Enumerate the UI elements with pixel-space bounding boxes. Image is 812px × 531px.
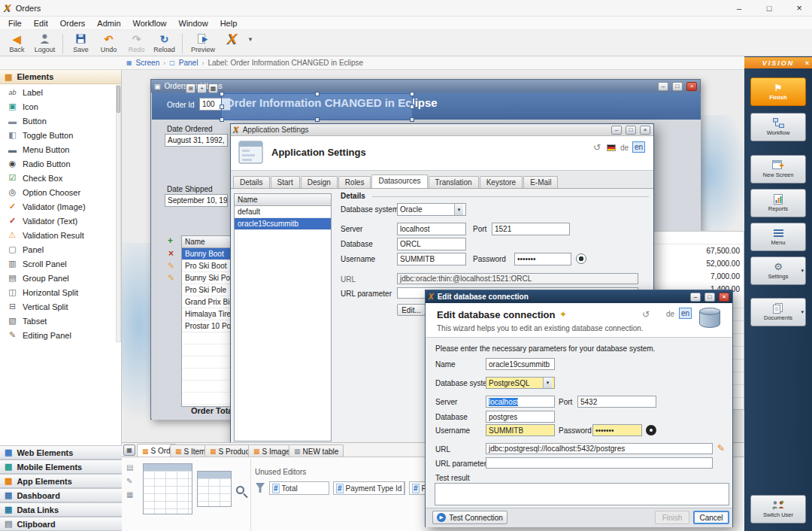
window-close-button[interactable]: ×: [686, 82, 697, 91]
new-screen-button[interactable]: New Screen: [750, 155, 806, 184]
palette-item-editing-panel[interactable]: ✎Editing Panel: [0, 328, 116, 342]
cancel-button[interactable]: Cancel: [693, 511, 729, 524]
datasource-list-header[interactable]: Name: [235, 194, 331, 206]
component-edit-icon[interactable]: ✎: [126, 477, 132, 485]
tab-start[interactable]: Start: [271, 176, 300, 188]
documents-button[interactable]: Documents ▾: [750, 298, 806, 326]
maximize-button[interactable]: □: [756, 0, 782, 16]
username-field[interactable]: SUMMITB: [397, 253, 466, 266]
reports-button[interactable]: Reports: [750, 189, 806, 217]
url-field[interactable]: jdbc:postgresql://localhost:5432/postgre…: [486, 443, 713, 454]
palette-item-group-panel[interactable]: ▤Group Panel: [0, 271, 116, 285]
show-password-icon[interactable]: [646, 425, 656, 435]
chevron-down-icon[interactable]: ▾: [454, 204, 463, 215]
edit-row-icon[interactable]: ✎: [168, 273, 174, 283]
selection-handle[interactable]: [220, 117, 224, 122]
undo-button[interactable]: ↶ Undo: [95, 32, 123, 53]
documents-dropdown-icon[interactable]: ▾: [801, 309, 804, 315]
designer-grid-handle-icon[interactable]: ▦: [208, 83, 218, 93]
breadcrumb-screen[interactable]: Screen: [136, 59, 160, 67]
save-button[interactable]: Save: [67, 32, 95, 53]
palette-item-panel[interactable]: ▢Panel: [0, 242, 116, 256]
db-system-combo[interactable]: Oracle▾: [397, 203, 466, 216]
palette-item-option-chooser[interactable]: ◎Option Chooser: [0, 185, 116, 199]
date-ordered-field[interactable]: August 31, 1992, 12: [165, 134, 228, 147]
palette-item-check-box[interactable]: ☑Check Box: [0, 171, 116, 185]
palette-item-horizontal-split[interactable]: ◫Horizontal Split: [0, 285, 116, 299]
tab-details[interactable]: Details: [233, 176, 270, 188]
visionx-logo-button[interactable]: X: [220, 32, 245, 45]
name-field[interactable]: oracle19csummitb: [486, 358, 555, 370]
database-field[interactable]: ORCL: [397, 238, 466, 250]
chevron-down-icon[interactable]: ▾: [543, 378, 552, 388]
palette-item-validator-text[interactable]: ✓Validator (Text): [0, 214, 116, 228]
selection-handle[interactable]: [410, 105, 414, 109]
minimize-button[interactable]: –: [726, 0, 752, 16]
list-item[interactable]: oracle19csummitb: [235, 218, 331, 230]
add-row-icon[interactable]: +: [168, 235, 173, 246]
component-grid-icon[interactable]: ▦: [126, 490, 133, 499]
section-dashboard[interactable]: ▦Dashboard: [0, 488, 122, 502]
tab-design[interactable]: Design: [301, 176, 338, 188]
palette-item-tabset[interactable]: ▧Tabset: [0, 314, 116, 328]
dialog-minimize-button[interactable]: –: [611, 126, 622, 135]
selection-handle[interactable]: [315, 117, 320, 122]
finish-button-sidebar[interactable]: ⚑ Finish: [750, 77, 806, 106]
palette-item-radio-button[interactable]: ◉Radio Button: [0, 156, 116, 171]
username-field[interactable]: SUMMITB: [486, 424, 555, 436]
logo-dropdown-button[interactable]: ▾: [245, 32, 256, 45]
list-item[interactable]: default: [235, 206, 331, 218]
palette-item-validation-result[interactable]: ⚠Validation Result: [0, 228, 116, 242]
editor-chip-total[interactable]: #Total: [269, 481, 329, 495]
palette-item-button[interactable]: ▬Button: [0, 114, 116, 128]
history-icon[interactable]: ↺: [593, 142, 601, 153]
selection-handle[interactable]: [410, 117, 414, 122]
palette-item-vertical-split[interactable]: ⊟Vertical Split: [0, 299, 116, 314]
edit-url-pencil-icon[interactable]: ✎: [717, 443, 725, 454]
dialog-minimize-button[interactable]: –: [690, 293, 701, 302]
server-field[interactable]: localhost: [397, 223, 466, 235]
settings-dropdown-icon[interactable]: ▾: [801, 268, 804, 274]
url-parameter-field[interactable]: [486, 457, 713, 469]
dialog-close-button[interactable]: ×: [640, 126, 650, 135]
back-button[interactable]: ◀ Back: [3, 32, 31, 53]
chevron-down-icon[interactable]: ▾: [404, 482, 405, 494]
database-field[interactable]: postgres: [486, 411, 555, 423]
price-cell[interactable]: 7,000.00: [653, 270, 744, 283]
test-result-textarea[interactable]: [435, 483, 729, 505]
section-web-elements[interactable]: ▦Web Elements: [0, 445, 122, 460]
section-data-links[interactable]: ▦Data Links: [0, 502, 122, 517]
edit-datasource-button[interactable]: Edit...: [397, 304, 426, 316]
menu-button[interactable]: Menu: [750, 223, 806, 251]
price-cell[interactable]: 52,000.00: [653, 257, 744, 270]
server-field[interactable]: localhost: [486, 396, 555, 408]
palette-header[interactable]: ▦ Elements: [0, 70, 121, 84]
section-clipboard[interactable]: ▤Clipboard: [0, 517, 122, 531]
palette-item-icon[interactable]: ▣Icon: [0, 99, 116, 114]
table-preview-thumbnail[interactable]: [197, 471, 232, 507]
menu-workflow[interactable]: Workflow: [127, 17, 173, 29]
selection-handle[interactable]: [410, 92, 414, 96]
designer-move-handle-icon[interactable]: ⊞: [186, 83, 195, 93]
tab-keystore[interactable]: Keystore: [480, 176, 523, 188]
section-app-elements[interactable]: ▦App Elements: [0, 474, 122, 488]
db-system-combo[interactable]: PostgreSQL▾: [486, 377, 555, 389]
logout-button[interactable]: Logout: [31, 32, 59, 53]
language-en-button[interactable]: en: [632, 141, 645, 153]
menu-window[interactable]: Window: [173, 17, 214, 29]
menu-help[interactable]: Help: [214, 17, 244, 29]
palette-scrollbar[interactable]: [116, 85, 121, 342]
component-list-icon[interactable]: ▤: [126, 463, 133, 472]
settings-button[interactable]: ⚙ Settings ▾: [750, 256, 806, 285]
language-en-button[interactable]: en: [679, 308, 692, 319]
dialog-close-button[interactable]: ×: [719, 293, 729, 302]
window-maximize-button[interactable]: □: [672, 82, 683, 91]
wizard-titlebar[interactable]: X Edit database connection – □ ×: [426, 290, 732, 303]
tab-roles[interactable]: Roles: [338, 176, 371, 188]
vision-close-icon[interactable]: ×: [805, 59, 809, 67]
menu-orders[interactable]: Orders: [54, 17, 92, 29]
settings-dialog-titlebar[interactable]: X Application Settings – □ ×: [231, 124, 653, 136]
test-connection-button[interactable]: ▶Test Connection: [432, 511, 508, 524]
selection-handle[interactable]: [315, 92, 320, 96]
tab-email[interactable]: E-Mail: [523, 176, 558, 188]
